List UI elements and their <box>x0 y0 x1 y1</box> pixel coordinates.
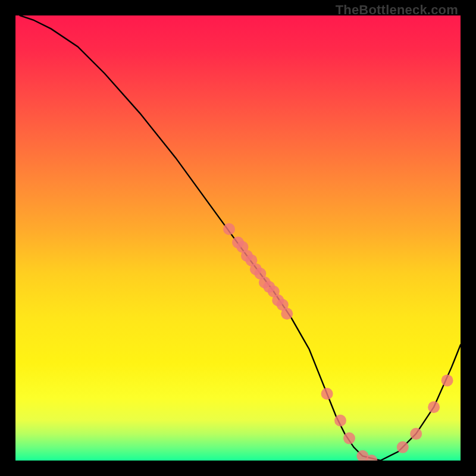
marker-dot <box>343 433 355 444</box>
marker-dot <box>281 308 293 320</box>
highlight-dots <box>223 223 453 461</box>
marker-dot <box>334 415 346 427</box>
marker-dot <box>441 374 453 386</box>
marker-dot <box>397 441 409 453</box>
attribution-text: TheBottleneck.com <box>336 2 458 18</box>
chart-plot-area <box>15 15 461 461</box>
curve-layer <box>15 15 461 461</box>
marker-dot <box>223 223 235 235</box>
marker-dot <box>428 401 440 413</box>
marker-dot <box>321 388 333 400</box>
marker-dot <box>410 428 422 440</box>
